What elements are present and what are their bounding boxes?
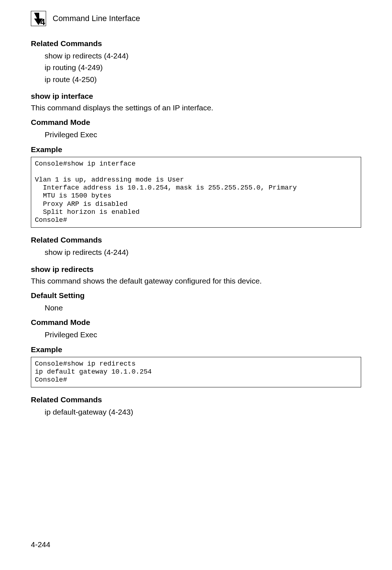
command-mode-block: Command Mode Privileged Exec [31, 318, 361, 340]
command-section: show ip redirects This command shows the… [31, 265, 361, 286]
related-commands-heading: Related Commands [31, 236, 361, 244]
related-commands-heading: Related Commands [31, 395, 361, 404]
page-content: 4 Command Line Interface Related Command… [0, 0, 392, 418]
command-mode-value: Privileged Exec [45, 130, 361, 140]
related-commands-block: Related Commands show ip redirects (4-24… [31, 39, 361, 85]
example-block: Example Console#show ip interface Vlan 1… [31, 145, 361, 228]
related-commands-heading: Related Commands [31, 39, 361, 48]
chapter-number: 4 [40, 17, 45, 27]
command-description: This command shows the default gateway c… [31, 276, 361, 286]
related-commands-block: Related Commands ip default-gateway (4-2… [31, 395, 361, 417]
example-heading: Example [31, 145, 361, 154]
example-block: Example Console#show ip redirects ip def… [31, 345, 361, 388]
chapter-number-icon: 4 [31, 11, 46, 26]
command-mode-block: Command Mode Privileged Exec [31, 118, 361, 140]
command-mode-value: Privileged Exec [45, 330, 361, 340]
page-header: 4 Command Line Interface [31, 11, 361, 26]
default-setting-value: None [45, 303, 361, 313]
command-name-heading: show ip interface [31, 92, 361, 101]
code-example: Console#show ip interface Vlan 1 is up, … [31, 157, 361, 228]
command-mode-heading: Command Mode [31, 318, 361, 327]
command-description: This command displays the settings of an… [31, 103, 361, 113]
related-command-item: ip default-gateway (4-243) [45, 407, 361, 417]
related-command-item: ip route (4-250) [45, 74, 361, 85]
default-setting-block: Default Setting None [31, 291, 361, 313]
related-commands-block: Related Commands show ip redirects (4-24… [31, 236, 361, 257]
page-title: Command Line Interface [53, 14, 140, 23]
page-number: 4-244 [31, 540, 50, 549]
code-example: Console#show ip redirects ip default gat… [31, 357, 361, 388]
related-command-item: show ip redirects (4-244) [45, 51, 361, 61]
command-name-heading: show ip redirects [31, 265, 361, 274]
command-mode-heading: Command Mode [31, 118, 361, 127]
related-command-item: ip routing (4-249) [45, 62, 361, 73]
related-command-item: show ip redirects (4-244) [45, 247, 361, 257]
default-setting-heading: Default Setting [31, 291, 361, 300]
command-section: show ip interface This command displays … [31, 92, 361, 113]
example-heading: Example [31, 345, 361, 354]
